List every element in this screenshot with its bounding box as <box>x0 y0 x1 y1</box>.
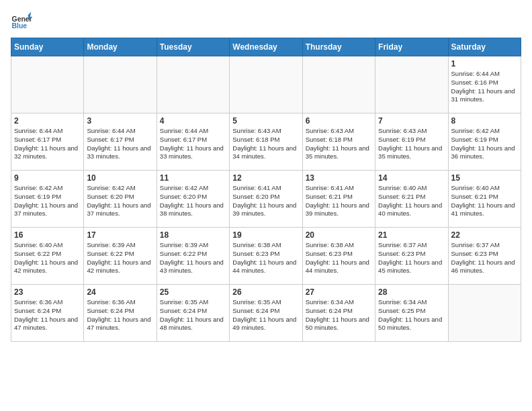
weekday-header-row: SundayMondayTuesdayWednesdayThursdayFrid… <box>11 38 521 56</box>
calendar-cell: 25Sunrise: 6:35 AM Sunset: 6:24 PM Dayli… <box>157 285 229 342</box>
day-info: Sunrise: 6:34 AM Sunset: 6:24 PM Dayligh… <box>306 298 372 332</box>
day-info: Sunrise: 6:41 AM Sunset: 6:21 PM Dayligh… <box>306 184 372 218</box>
day-number: 3 <box>87 116 153 126</box>
day-info: Sunrise: 6:44 AM Sunset: 6:17 PM Dayligh… <box>87 127 153 161</box>
calendar-cell: 10Sunrise: 6:42 AM Sunset: 6:20 PM Dayli… <box>84 171 157 228</box>
day-number: 12 <box>232 173 299 183</box>
calendar-cell: 3Sunrise: 6:44 AM Sunset: 6:17 PM Daylig… <box>84 113 157 171</box>
day-info: Sunrise: 6:42 AM Sunset: 6:19 PM Dayligh… <box>451 127 518 161</box>
day-info: Sunrise: 6:43 AM Sunset: 6:19 PM Dayligh… <box>378 127 445 161</box>
calendar-cell <box>11 56 84 113</box>
calendar-cell: 11Sunrise: 6:42 AM Sunset: 6:20 PM Dayli… <box>157 171 229 228</box>
calendar-week-3: 16Sunrise: 6:40 AM Sunset: 6:22 PM Dayli… <box>11 228 521 285</box>
day-info: Sunrise: 6:41 AM Sunset: 6:20 PM Dayligh… <box>232 184 299 218</box>
day-number: 4 <box>160 116 226 126</box>
day-number: 26 <box>232 287 299 297</box>
calendar-cell: 7Sunrise: 6:43 AM Sunset: 6:19 PM Daylig… <box>375 113 448 171</box>
day-info: Sunrise: 6:37 AM Sunset: 6:23 PM Dayligh… <box>451 241 518 275</box>
weekday-header-wednesday: Wednesday <box>230 38 302 56</box>
day-number: 13 <box>306 173 372 183</box>
day-info: Sunrise: 6:43 AM Sunset: 6:18 PM Dayligh… <box>232 127 299 161</box>
day-number: 2 <box>14 116 81 126</box>
day-info: Sunrise: 6:42 AM Sunset: 6:20 PM Dayligh… <box>87 184 153 218</box>
calendar-cell: 2Sunrise: 6:44 AM Sunset: 6:17 PM Daylig… <box>11 113 84 171</box>
day-number: 23 <box>14 287 81 297</box>
svg-text:Blue: Blue <box>12 22 28 30</box>
calendar-cell: 21Sunrise: 6:37 AM Sunset: 6:23 PM Dayli… <box>375 228 448 285</box>
calendar-week-1: 2Sunrise: 6:44 AM Sunset: 6:17 PM Daylig… <box>11 113 521 171</box>
day-number: 17 <box>87 230 153 240</box>
day-number: 27 <box>306 287 372 297</box>
day-info: Sunrise: 6:43 AM Sunset: 6:18 PM Dayligh… <box>306 127 372 161</box>
day-info: Sunrise: 6:39 AM Sunset: 6:22 PM Dayligh… <box>87 241 153 275</box>
day-number: 21 <box>378 230 445 240</box>
calendar-week-0: 1Sunrise: 6:44 AM Sunset: 6:16 PM Daylig… <box>11 56 521 113</box>
calendar-cell <box>448 285 521 342</box>
day-number: 24 <box>87 287 153 297</box>
day-info: Sunrise: 6:38 AM Sunset: 6:23 PM Dayligh… <box>306 241 372 275</box>
calendar-cell <box>157 56 229 113</box>
day-number: 25 <box>160 287 226 297</box>
calendar-cell: 18Sunrise: 6:39 AM Sunset: 6:22 PM Dayli… <box>157 228 229 285</box>
calendar-cell: 5Sunrise: 6:43 AM Sunset: 6:18 PM Daylig… <box>230 113 302 171</box>
day-number: 14 <box>378 173 445 183</box>
calendar-cell: 8Sunrise: 6:42 AM Sunset: 6:19 PM Daylig… <box>448 113 521 171</box>
day-number: 6 <box>306 116 372 126</box>
calendar-cell: 15Sunrise: 6:40 AM Sunset: 6:21 PM Dayli… <box>448 171 521 228</box>
calendar-week-2: 9Sunrise: 6:42 AM Sunset: 6:19 PM Daylig… <box>11 171 521 228</box>
calendar-body: 1Sunrise: 6:44 AM Sunset: 6:16 PM Daylig… <box>11 56 521 342</box>
calendar-cell: 17Sunrise: 6:39 AM Sunset: 6:22 PM Dayli… <box>84 228 157 285</box>
day-info: Sunrise: 6:39 AM Sunset: 6:22 PM Dayligh… <box>160 241 226 275</box>
calendar-cell: 28Sunrise: 6:34 AM Sunset: 6:25 PM Dayli… <box>375 285 448 342</box>
calendar-cell: 13Sunrise: 6:41 AM Sunset: 6:21 PM Dayli… <box>302 171 375 228</box>
day-info: Sunrise: 6:36 AM Sunset: 6:24 PM Dayligh… <box>87 298 153 332</box>
day-info: Sunrise: 6:37 AM Sunset: 6:23 PM Dayligh… <box>378 241 445 275</box>
calendar-cell: 26Sunrise: 6:35 AM Sunset: 6:24 PM Dayli… <box>230 285 302 342</box>
calendar-cell: 1Sunrise: 6:44 AM Sunset: 6:16 PM Daylig… <box>448 56 521 113</box>
calendar-cell <box>84 56 157 113</box>
calendar-cell: 6Sunrise: 6:43 AM Sunset: 6:18 PM Daylig… <box>302 113 375 171</box>
calendar-cell: 12Sunrise: 6:41 AM Sunset: 6:20 PM Dayli… <box>230 171 302 228</box>
day-number: 8 <box>451 116 518 126</box>
day-info: Sunrise: 6:42 AM Sunset: 6:19 PM Dayligh… <box>14 184 81 218</box>
day-number: 9 <box>14 173 81 183</box>
day-number: 10 <box>87 173 153 183</box>
weekday-header-sunday: Sunday <box>11 38 84 56</box>
calendar-cell: 24Sunrise: 6:36 AM Sunset: 6:24 PM Dayli… <box>84 285 157 342</box>
calendar-cell: 14Sunrise: 6:40 AM Sunset: 6:21 PM Dayli… <box>375 171 448 228</box>
day-info: Sunrise: 6:40 AM Sunset: 6:22 PM Dayligh… <box>14 241 81 275</box>
logo: General Blue <box>11 11 35 32</box>
calendar-cell: 22Sunrise: 6:37 AM Sunset: 6:23 PM Dayli… <box>448 228 521 285</box>
calendar-table: SundayMondayTuesdayWednesdayThursdayFrid… <box>11 38 521 342</box>
day-number: 20 <box>306 230 372 240</box>
day-info: Sunrise: 6:42 AM Sunset: 6:20 PM Dayligh… <box>160 184 226 218</box>
day-number: 15 <box>451 173 518 183</box>
day-number: 7 <box>378 116 445 126</box>
calendar-week-4: 23Sunrise: 6:36 AM Sunset: 6:24 PM Dayli… <box>11 285 521 342</box>
calendar-cell <box>302 56 375 113</box>
weekday-header-tuesday: Tuesday <box>157 38 229 56</box>
calendar-cell: 19Sunrise: 6:38 AM Sunset: 6:23 PM Dayli… <box>230 228 302 285</box>
weekday-header-thursday: Thursday <box>302 38 375 56</box>
day-info: Sunrise: 6:44 AM Sunset: 6:17 PM Dayligh… <box>14 127 81 161</box>
day-number: 22 <box>451 230 518 240</box>
day-number: 1 <box>451 59 518 68</box>
calendar-cell <box>375 56 448 113</box>
calendar-cell <box>230 56 302 113</box>
calendar-cell: 4Sunrise: 6:44 AM Sunset: 6:17 PM Daylig… <box>157 113 229 171</box>
day-number: 18 <box>160 230 226 240</box>
day-number: 16 <box>14 230 81 240</box>
calendar-cell: 16Sunrise: 6:40 AM Sunset: 6:22 PM Dayli… <box>11 228 84 285</box>
day-info: Sunrise: 6:36 AM Sunset: 6:24 PM Dayligh… <box>14 298 81 332</box>
weekday-header-friday: Friday <box>375 38 448 56</box>
day-info: Sunrise: 6:44 AM Sunset: 6:16 PM Dayligh… <box>451 70 518 104</box>
day-info: Sunrise: 6:44 AM Sunset: 6:17 PM Dayligh… <box>160 127 226 161</box>
day-number: 11 <box>160 173 226 183</box>
calendar-cell: 27Sunrise: 6:34 AM Sunset: 6:24 PM Dayli… <box>302 285 375 342</box>
day-number: 28 <box>378 287 445 297</box>
weekday-header-saturday: Saturday <box>448 38 521 56</box>
calendar-cell: 20Sunrise: 6:38 AM Sunset: 6:23 PM Dayli… <box>302 228 375 285</box>
day-info: Sunrise: 6:40 AM Sunset: 6:21 PM Dayligh… <box>451 184 518 218</box>
day-info: Sunrise: 6:35 AM Sunset: 6:24 PM Dayligh… <box>232 298 299 332</box>
day-info: Sunrise: 6:38 AM Sunset: 6:23 PM Dayligh… <box>232 241 299 275</box>
